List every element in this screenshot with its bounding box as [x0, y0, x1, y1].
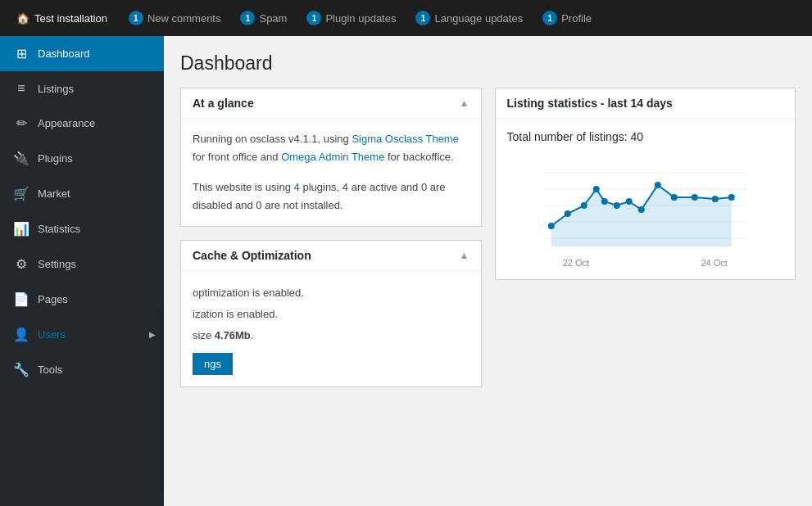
svg-point-13: [637, 206, 644, 213]
sidebar: ⊞ Dashboard ≡ Listings ✏ Appearance 🔌 Pl…: [0, 36, 164, 506]
cache-widget-header: Cache & Optimization ▲: [181, 241, 481, 271]
sidebar-item-listings[interactable]: ≡ Listings: [0, 71, 164, 106]
svg-point-16: [691, 194, 697, 201]
svg-point-9: [592, 186, 599, 192]
glance-text-1: Running on osclass v4.1.1, using Sigma O…: [193, 130, 470, 166]
plugin-updates-badge: 1: [306, 11, 321, 25]
statistics-icon: 📊: [13, 221, 29, 237]
listing-stats-header: Listing statistics - last 14 days: [496, 88, 796, 119]
listings-icon: ≡: [13, 81, 29, 96]
listings-chart: [507, 156, 784, 246]
at-a-glance-toggle[interactable]: ▲: [460, 97, 470, 109]
plugins-icon: 🔌: [13, 151, 29, 166]
chart-label-2: 24 Oct: [701, 258, 727, 268]
new-comments-badge: 1: [129, 11, 143, 25]
svg-marker-5: [551, 185, 731, 246]
pages-icon: 📄: [13, 291, 29, 307]
spam-nav[interactable]: 1 Spam: [232, 7, 295, 29]
top-bar: 🏠 Test installation 1 New comments 1 Spa…: [0, 0, 812, 36]
total-listings: Total number of listings: 40: [507, 130, 784, 143]
chart-label-1: 22 Oct: [563, 258, 589, 268]
site-icon: 🏠: [16, 12, 29, 25]
spam-badge: 1: [240, 11, 255, 25]
language-updates-nav[interactable]: 1 Language updates: [407, 7, 531, 29]
svg-point-17: [711, 196, 718, 202]
at-a-glance-header: At a glance ▲: [181, 88, 481, 119]
settings-icon: ⚙: [13, 256, 29, 272]
users-icon: 👤: [13, 327, 29, 342]
svg-point-7: [564, 210, 570, 217]
at-a-glance-body: Running on osclass v4.1.1, using Sigma O…: [181, 119, 481, 226]
sidebar-item-plugins[interactable]: 🔌 Plugins: [0, 141, 164, 176]
sidebar-item-users[interactable]: 👤 Users: [0, 317, 164, 352]
new-comments-nav[interactable]: 1 New comments: [120, 7, 229, 29]
sidebar-item-statistics[interactable]: 📊 Statistics: [0, 211, 164, 246]
at-a-glance-widget: At a glance ▲ Running on osclass v4.1.1,…: [180, 88, 482, 227]
dashboard-icon: ⊞: [13, 46, 29, 61]
site-name[interactable]: 🏠 Test installation: [7, 9, 117, 28]
cache-widget-body: optimization is enabled. ization is enab…: [181, 271, 481, 386]
sidebar-item-market[interactable]: 🛒 Market: [0, 176, 164, 211]
sidebar-item-dashboard[interactable]: ⊞ Dashboard: [0, 36, 164, 71]
cache-widget-toggle[interactable]: ▲: [460, 250, 470, 261]
listing-stats-body: Total number of listings: 40: [496, 119, 796, 279]
svg-point-8: [580, 202, 587, 209]
sidebar-item-settings[interactable]: ⚙ Settings: [0, 246, 164, 282]
cache-line3: size 4.76Mb.: [193, 325, 470, 346]
omega-theme-link[interactable]: Omega Admin Theme: [281, 151, 384, 163]
svg-point-6: [547, 223, 554, 229]
chart-labels: 22 Oct 24 Oct: [507, 258, 784, 268]
svg-point-11: [613, 202, 619, 209]
cache-widget: Cache & Optimization ▲ optimization is e…: [180, 240, 482, 387]
sidebar-item-tools[interactable]: 🔧 Tools: [0, 352, 164, 387]
cache-action-button[interactable]: ngs: [193, 353, 233, 375]
svg-point-15: [670, 194, 677, 201]
right-column: Listing statistics - last 14 days Total …: [495, 88, 796, 387]
svg-point-18: [728, 194, 734, 201]
sigma-theme-link[interactable]: Sigma Osclass Theme: [352, 133, 459, 145]
svg-point-10: [601, 198, 607, 205]
cache-line1: optimization is enabled.: [193, 282, 470, 304]
svg-point-14: [654, 182, 660, 188]
svg-point-12: [625, 198, 632, 205]
dashboard-grid: At a glance ▲ Running on osclass v4.1.1,…: [180, 88, 796, 387]
appearance-icon: ✏: [13, 115, 29, 131]
chart-area: [507, 156, 784, 255]
left-column: At a glance ▲ Running on osclass v4.1.1,…: [180, 88, 482, 387]
page-title: Dashboard: [180, 52, 796, 75]
profile-nav[interactable]: 1 Profile: [534, 7, 600, 29]
language-updates-badge: 1: [415, 11, 430, 25]
tools-icon: 🔧: [13, 362, 29, 377]
sidebar-item-pages[interactable]: 📄 Pages: [0, 282, 164, 317]
plugin-updates-nav[interactable]: 1 Plugin updates: [298, 7, 404, 29]
cache-line2: ization is enabled.: [193, 304, 470, 325]
listing-stats-widget: Listing statistics - last 14 days Total …: [495, 88, 796, 280]
sidebar-item-appearance[interactable]: ✏ Appearance: [0, 106, 164, 141]
glance-text-2: This website is using 4 plugins, 4 are a…: [193, 178, 470, 215]
main-layout: ⊞ Dashboard ≡ Listings ✏ Appearance 🔌 Pl…: [0, 36, 812, 506]
profile-badge: 1: [542, 11, 557, 25]
content-area: Dashboard At a glance ▲ Running on oscla…: [164, 36, 812, 506]
market-icon: 🛒: [13, 186, 29, 201]
